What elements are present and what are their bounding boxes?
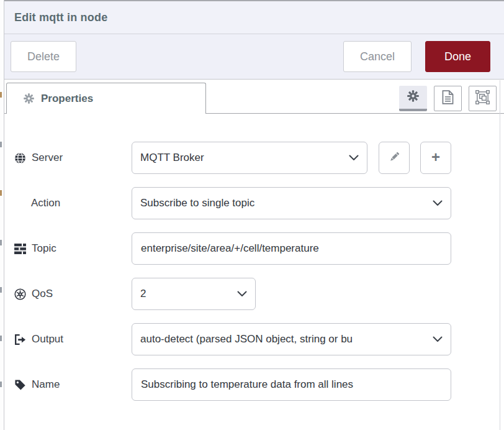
properties-form: Server MQTT Broker <box>4 114 500 430</box>
action-label: Action <box>14 197 132 209</box>
form-row-qos: QoS 2 <box>14 278 500 310</box>
qos-label: QoS <box>14 288 132 300</box>
cancel-button[interactable]: Cancel <box>343 41 412 72</box>
server-select[interactable]: MQTT Broker <box>132 142 367 174</box>
name-input[interactable] <box>132 368 451 401</box>
qos-select[interactable]: 2 <box>132 278 256 310</box>
name-label: Name <box>14 378 132 391</box>
editor-body: Properties <box>4 80 504 430</box>
appearance-icon-button[interactable] <box>469 86 497 111</box>
form-row-action: Action Subscribe to single topic <box>14 187 500 219</box>
dialog-title: Edit mqtt in node <box>14 11 107 24</box>
add-server-button[interactable]: + <box>420 142 451 174</box>
chevron-down-icon <box>237 291 247 297</box>
palette-edge-mark <box>0 240 2 245</box>
done-button[interactable]: Done <box>425 41 490 72</box>
palette-edge-mark <box>0 287 2 293</box>
palette-edge-mark <box>0 92 2 98</box>
appearance-icon <box>475 90 490 107</box>
palette-edge-mark <box>0 190 2 196</box>
server-select-value: MQTT Broker <box>140 152 344 164</box>
topic-input[interactable] <box>132 232 451 265</box>
description-icon-button[interactable] <box>434 86 462 111</box>
form-row-name: Name <box>14 368 500 401</box>
workspace-edge <box>0 0 4 430</box>
palette-edge-mark <box>0 336 2 341</box>
form-row-output: Output auto-detect (parsed JSON object, … <box>14 323 500 355</box>
dialog-header: Edit mqtt in node <box>4 0 504 34</box>
properties-icon-button[interactable] <box>399 86 427 111</box>
topic-label: Topic <box>14 242 132 255</box>
tab-properties-label: Properties <box>41 93 93 105</box>
palette-edge-mark <box>0 382 2 387</box>
chevron-down-icon <box>433 200 443 206</box>
action-select[interactable]: Subscribe to single topic <box>132 187 451 219</box>
globe-icon <box>14 152 26 164</box>
tag-icon <box>14 379 26 391</box>
edit-node-dialog: Edit mqtt in node Delete Cancel Done <box>0 0 504 430</box>
edit-server-button[interactable] <box>379 142 410 174</box>
dialog-toolbar: Delete Cancel Done <box>4 34 504 80</box>
form-row-server: Server MQTT Broker <box>14 142 500 174</box>
pencil-icon <box>389 151 400 165</box>
output-label: Output <box>14 333 132 345</box>
sign-out-icon <box>14 334 26 345</box>
qos-select-value: 2 <box>140 288 232 300</box>
server-label: Server <box>14 152 132 164</box>
gear-icon <box>23 93 35 104</box>
form-scroll-gutter <box>500 80 500 430</box>
chevron-down-icon <box>433 336 443 342</box>
tasks-icon <box>14 244 26 254</box>
delete-button[interactable]: Delete <box>11 41 76 72</box>
output-select[interactable]: auto-detect (parsed JSON object, string … <box>132 323 451 355</box>
chevron-down-icon <box>349 155 359 161</box>
tab-properties[interactable]: Properties <box>6 83 206 114</box>
tab-bar: Properties <box>4 80 504 114</box>
tab-action-buttons <box>399 86 497 111</box>
form-row-topic: Topic <box>14 232 500 265</box>
output-select-value: auto-detect (parsed JSON object, string … <box>140 333 428 345</box>
palette-edge-mark <box>0 142 2 147</box>
gear-icon <box>407 90 419 104</box>
document-icon <box>442 90 454 107</box>
qos-empire-icon <box>14 288 26 300</box>
edit-tray: Edit mqtt in node Delete Cancel Done <box>4 0 504 430</box>
action-select-value: Subscribe to single topic <box>140 197 428 209</box>
plus-icon: + <box>431 150 440 165</box>
